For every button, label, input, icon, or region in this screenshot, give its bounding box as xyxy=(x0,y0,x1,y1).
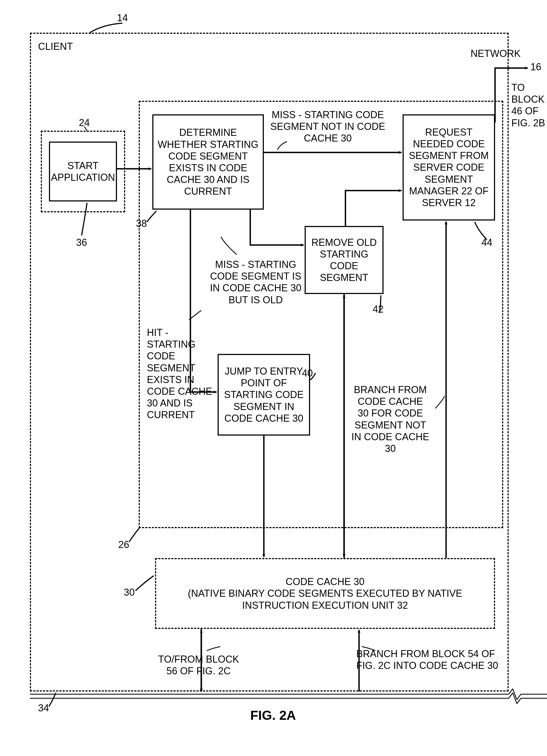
remove-box: REMOVE OLD STARTING CODE SEGMENT xyxy=(304,226,383,294)
client-title: CLIENT xyxy=(38,41,73,52)
request-text: REQUEST NEEDED CODE SEGMENT FROM SERVER … xyxy=(407,126,491,209)
ref-44: 44 xyxy=(481,237,492,248)
determine-text: DETERMINE WHETHER STARTING CODE SEGMENT … xyxy=(157,127,260,197)
branch-from-54-label: BRANCH FROM BLOCK 54 OF FIG. 2C INTO COD… xyxy=(356,648,503,671)
figure-label: FIG. 2A xyxy=(250,708,296,723)
ref-30: 30 xyxy=(124,587,135,598)
svg-line-17 xyxy=(517,698,521,704)
ref-38: 38 xyxy=(136,218,147,229)
start-application-text: START APPLICATION xyxy=(51,160,115,183)
code-cache-box: CODE CACHE 30 (NATIVE BINARY CODE SEGMEN… xyxy=(155,558,495,629)
svg-line-12 xyxy=(517,694,521,700)
ref-42: 42 xyxy=(373,304,383,315)
to-block-46-label: TO BLOCK 46 OF FIG. 2B xyxy=(511,82,547,129)
ref-26: 26 xyxy=(118,539,129,550)
start-application-box: START APPLICATION xyxy=(49,142,117,201)
ref-24: 24 xyxy=(79,117,90,128)
ref-34: 34 xyxy=(38,702,49,714)
to-from-56-label: TO/FROM BLOCK 56 OF FIG. 2C xyxy=(158,653,240,677)
jump-text: JUMP TO ENTRY POINT OF STARTING CODE SEG… xyxy=(222,365,306,424)
ref-16: 16 xyxy=(530,61,541,73)
ref-40: 40 xyxy=(302,368,313,379)
svg-line-10 xyxy=(509,689,513,694)
code-cache-text: CODE CACHE 30 (NATIVE BINARY CODE SEGMEN… xyxy=(159,576,491,611)
ref-14: 14 xyxy=(117,12,128,24)
network-label: NETWORK xyxy=(471,48,520,59)
determine-box: DETERMINE WHETHER STARTING CODE SEGMENT … xyxy=(152,114,264,210)
svg-line-11 xyxy=(513,689,517,700)
miss-old-label: MISS - STARTING CODE SEGMENT IS IN CODE … xyxy=(210,259,302,306)
jump-box: JUMP TO ENTRY POINT OF STARTING CODE SEG… xyxy=(218,354,310,436)
svg-line-15 xyxy=(509,693,513,698)
ref-36: 36 xyxy=(76,237,87,248)
request-box: REQUEST NEEDED CODE SEGMENT FROM SERVER … xyxy=(402,114,495,221)
svg-line-16 xyxy=(513,693,517,704)
miss-not-in-label: MISS - STARTING CODE SEGMENT NOT IN CODE… xyxy=(269,109,386,144)
branch-not-in-label: BRANCH FROM CODE CACHE 30 FOR CODE SEGME… xyxy=(351,384,430,454)
remove-text: REMOVE OLD STARTING CODE SEGMENT xyxy=(309,237,379,284)
hit-label: HIT - STARTING CODE SEGMENT EXISTS IN CO… xyxy=(147,327,218,421)
